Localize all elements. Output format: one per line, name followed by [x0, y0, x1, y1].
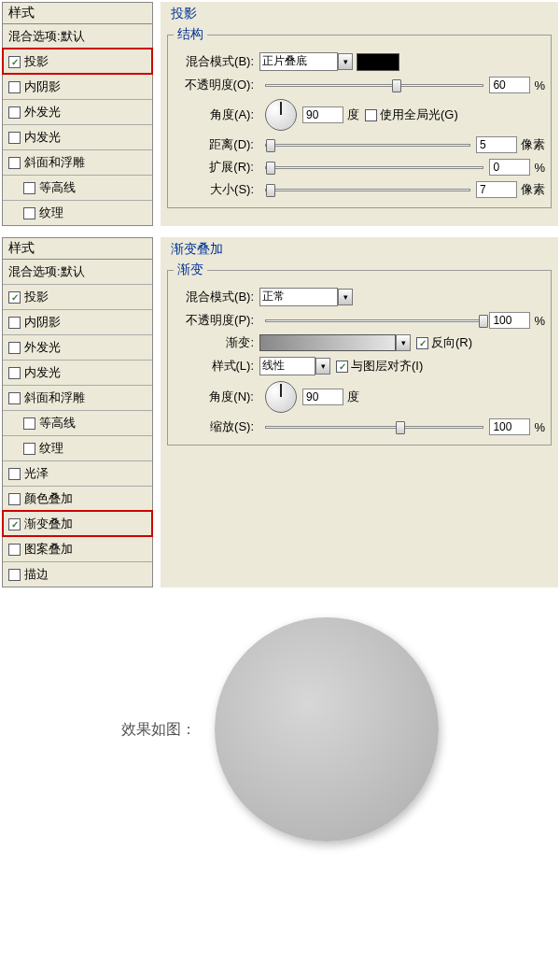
style-checkbox[interactable]	[8, 317, 21, 329]
style-checkbox[interactable]	[8, 569, 21, 581]
style-label: 斜面和浮雕	[24, 389, 85, 406]
style-select[interactable]: 线性	[259, 357, 315, 375]
style-checkbox[interactable]: ✓	[8, 518, 21, 531]
chevron-down-icon[interactable]: ▾	[396, 334, 411, 351]
style-checkbox[interactable]	[8, 81, 21, 93]
opacity-input[interactable]: 60	[489, 77, 530, 93]
style-checkbox[interactable]	[8, 392, 21, 404]
unit-pct: %	[534, 420, 545, 434]
global-light-checkbox[interactable]	[365, 109, 377, 121]
opacity-slider[interactable]	[265, 84, 483, 87]
style-checkbox[interactable]: ✓	[8, 56, 21, 68]
style-item[interactable]: 斜面和浮雕	[3, 385, 152, 410]
style-checkbox[interactable]	[23, 207, 35, 219]
style-item[interactable]: 等高线	[3, 175, 152, 200]
color-swatch[interactable]	[357, 53, 399, 71]
blend-mode-label: 混合模式(B):	[174, 53, 254, 70]
style-item[interactable]: 内阴影	[3, 309, 152, 334]
gradient-overlay-panel: 渐变叠加 渐变 混合模式(B): 正常 ▾ 不透明度(P): 100 % 渐变:…	[161, 237, 558, 587]
opacity-input[interactable]: 100	[489, 312, 530, 329]
style-checkbox[interactable]	[23, 417, 35, 430]
style-item[interactable]: 等高线	[3, 410, 152, 435]
spread-label: 扩展(R):	[174, 159, 254, 176]
style-item[interactable]: ✓投影	[3, 49, 152, 74]
result-section: 效果如图：	[0, 589, 560, 879]
reverse-checkbox[interactable]: ✓	[416, 337, 428, 349]
scale-input[interactable]: 100	[489, 418, 530, 435]
style-item[interactable]: 光泽	[3, 460, 152, 486]
style-label: 内发光	[24, 364, 61, 381]
angle-dial[interactable]	[265, 99, 297, 131]
distance-label: 距离(D):	[174, 136, 254, 153]
distance-slider[interactable]	[265, 144, 470, 147]
angle-label: 角度(A):	[174, 106, 254, 123]
style-checkbox[interactable]: ✓	[8, 291, 21, 304]
unit-pct: %	[534, 314, 545, 328]
style-label: 纹理	[39, 205, 63, 221]
unit-pct: %	[534, 78, 545, 92]
blend-options-row[interactable]: 混合选项:默认	[3, 24, 152, 49]
style-checkbox[interactable]	[23, 443, 35, 455]
distance-input[interactable]: 5	[476, 136, 517, 153]
style-checkbox[interactable]	[8, 342, 21, 354]
style-checkbox[interactable]	[8, 106, 21, 119]
style-item[interactable]: 描边	[3, 561, 152, 587]
style-item[interactable]: 纹理	[3, 200, 152, 225]
style-item[interactable]: 纹理	[3, 435, 152, 460]
styles-list-top: 样式 混合选项:默认 ✓投影内阴影外发光内发光斜面和浮雕等高线纹理	[2, 2, 153, 226]
style-label: 内阴影	[24, 314, 61, 331]
panel-title: 渐变叠加	[171, 241, 223, 256]
gradient-preview[interactable]	[259, 334, 396, 351]
angle-input[interactable]: 90	[302, 389, 343, 405]
align-label: 与图层对齐(I)	[351, 358, 423, 375]
style-label: 内阴影	[24, 78, 61, 95]
style-item[interactable]: 颜色叠加	[3, 486, 152, 511]
spread-slider[interactable]	[265, 166, 483, 169]
chevron-down-icon[interactable]: ▾	[338, 53, 353, 70]
unit-px: 像素	[521, 181, 545, 198]
style-item[interactable]: 内阴影	[3, 74, 152, 99]
style-checkbox[interactable]	[8, 468, 21, 480]
style-checkbox[interactable]	[8, 132, 21, 144]
style-item[interactable]: 图案叠加	[3, 536, 152, 561]
chevron-down-icon[interactable]: ▾	[338, 289, 353, 305]
style-label: 渐变叠加	[24, 516, 73, 532]
style-checkbox[interactable]	[8, 493, 21, 505]
style-item[interactable]: 外发光	[3, 334, 152, 360]
size-label: 大小(S):	[174, 181, 254, 198]
unit-degree: 度	[347, 389, 359, 405]
panel-title: 投影	[171, 6, 197, 21]
style-checkbox[interactable]	[23, 182, 35, 194]
style-label: 颜色叠加	[24, 490, 73, 507]
style-label: 斜面和浮雕	[24, 154, 85, 171]
opacity-slider[interactable]	[265, 319, 483, 322]
style-item[interactable]: 内发光	[3, 360, 152, 385]
blend-mode-select[interactable]: 正片叠底	[259, 52, 338, 71]
gradient-label: 渐变:	[174, 334, 254, 351]
style-checkbox[interactable]	[8, 367, 21, 379]
blend-options-label: 混合选项:默认	[8, 28, 85, 45]
blend-mode-select[interactable]: 正常	[259, 288, 338, 306]
style-checkbox[interactable]	[8, 157, 21, 169]
size-slider[interactable]	[265, 189, 470, 191]
style-label: 投影	[24, 289, 49, 305]
scale-slider[interactable]	[265, 426, 483, 429]
angle-label: 角度(N):	[174, 389, 254, 405]
angle-input[interactable]: 90	[302, 106, 343, 123]
style-item[interactable]: 斜面和浮雕	[3, 149, 152, 175]
spread-input[interactable]: 0	[489, 159, 530, 176]
style-label: 纹理	[39, 440, 63, 457]
drop-shadow-panel: 投影 结构 混合模式(B): 正片叠底 ▾ 不透明度(O): 60 % 角度(A…	[161, 2, 558, 226]
align-checkbox[interactable]: ✓	[336, 361, 348, 373]
style-item[interactable]: 内发光	[3, 124, 152, 149]
style-checkbox[interactable]	[8, 544, 21, 556]
size-input[interactable]: 7	[476, 181, 517, 198]
angle-dial[interactable]	[265, 381, 297, 413]
blend-options-row[interactable]: 混合选项:默认	[3, 260, 152, 284]
style-item[interactable]: 外发光	[3, 99, 152, 124]
style-label: 等高线	[39, 415, 76, 431]
chevron-down-icon[interactable]: ▾	[315, 358, 330, 375]
style-item[interactable]: ✓投影	[3, 284, 152, 309]
unit-px: 像素	[521, 136, 545, 153]
style-item[interactable]: ✓渐变叠加	[3, 511, 152, 536]
